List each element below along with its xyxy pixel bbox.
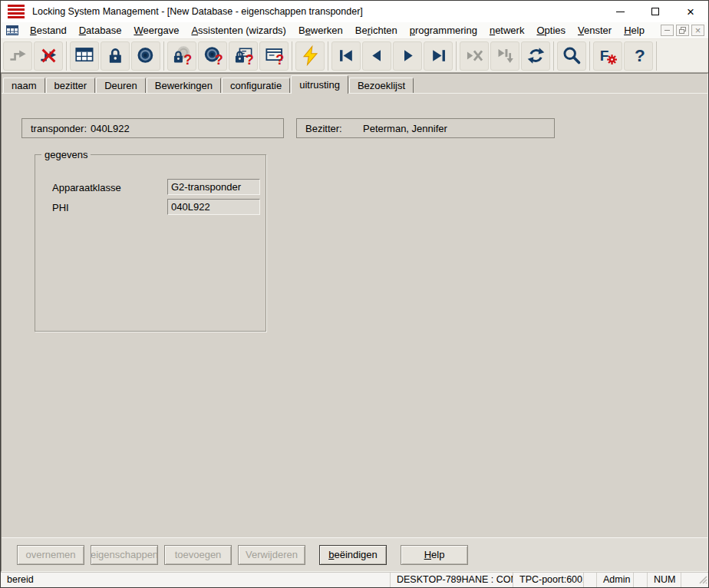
menu-item-help[interactable]: Help (618, 23, 651, 38)
toolbar-separator (328, 41, 328, 71)
tab-naam[interactable]: naam (3, 78, 45, 93)
toolbar-search-button[interactable] (557, 41, 586, 71)
menu-item-database[interactable]: Database (73, 23, 128, 38)
toevoegen-button: toevoegen (164, 545, 232, 565)
verwijderen-button: Verwijderen (238, 545, 305, 565)
tab-bezoeklijst[interactable]: Bezoeklijst (349, 78, 414, 93)
toolbar-help-button[interactable]: ? (624, 41, 653, 71)
toolbar-sync-arrow-button (3, 41, 32, 71)
toolbar-programming-flash-button[interactable] (295, 41, 325, 71)
toolbar-separator (589, 41, 590, 71)
maximize-button[interactable] (638, 1, 673, 22)
nav-skip-down-icon (495, 45, 516, 66)
tab-uitrusting[interactable]: uitrusting (291, 75, 348, 94)
menu-item-opties[interactable]: Opties (530, 23, 572, 38)
apparaatklasse-field[interactable] (167, 179, 260, 195)
toolbar-refresh-button[interactable] (521, 41, 550, 71)
tab-bewerkingen[interactable]: Bewerkingen (147, 78, 221, 93)
tabpage-uitrusting: transponder: 040L922 Bezitter: Peterman,… (2, 93, 707, 537)
toolbar-separator (163, 41, 164, 71)
toolbar-nav-last-button[interactable] (424, 41, 453, 71)
caption-buttons: × (602, 1, 708, 22)
menu-item-programmering[interactable]: programmering (404, 23, 483, 38)
window-title: Locking System Management - [New Databas… (32, 6, 363, 17)
menu-item-bewerken[interactable]: Bewerken (292, 23, 349, 38)
toolbar-read-lock-button[interactable]: ? (167, 41, 196, 71)
resize-grip[interactable] (697, 574, 707, 586)
toolbar-disconnect-button[interactable] (34, 41, 63, 71)
toolbar-separator (656, 41, 657, 71)
toolbar-separator (553, 41, 554, 71)
toolbar-read-transponder-button[interactable]: ? (198, 41, 227, 71)
svg-text:F: F (599, 48, 608, 64)
apparaatklasse-label: Apparaatklasse (52, 182, 121, 193)
status-desktop-789hane-com: DESKTOP-789HANE : COM(*) (390, 573, 513, 587)
tab-configuratie[interactable]: configuratie (222, 78, 290, 93)
menu-item-netwerk[interactable]: netwerk (483, 23, 531, 38)
menubar: BestandDatabaseWeergaveAssistenten (wiza… (1, 22, 708, 39)
toolbar-separator (456, 41, 457, 71)
nav-last-icon (428, 45, 449, 66)
toolbar-new-transponder-button[interactable] (131, 41, 160, 71)
toolbar-new-matrix-button[interactable] (70, 41, 99, 71)
search-icon (562, 45, 582, 66)
status-empty (681, 573, 708, 587)
toolbar-nav-first-button[interactable] (331, 41, 361, 71)
app-logo-icon (8, 5, 25, 19)
matrix-document-icon[interactable] (6, 25, 18, 36)
toolbar-new-lock-button[interactable] (101, 41, 130, 71)
tab-bezitter[interactable]: bezitter (46, 78, 96, 93)
new-transponder-icon (136, 45, 157, 66)
menu-items: BestandDatabaseWeergaveAssistenten (wiza… (24, 23, 651, 38)
status-admin: Admin (596, 573, 633, 587)
nav-cancel-icon (464, 45, 485, 66)
gegevens-legend: gegevens (41, 149, 91, 160)
new-matrix-icon (74, 45, 95, 66)
nav-first-icon (336, 45, 357, 66)
status-tpc-poort-6001: TPC-poort:6001 (513, 573, 583, 587)
nav-next-icon (397, 45, 418, 66)
bezitter-label: Bezitter: (297, 123, 363, 134)
mdi-minimize-icon (664, 30, 670, 31)
toolbar: ????F? (1, 39, 708, 73)
mdi-close-button[interactable]: × (691, 25, 704, 36)
menu-item-weergave[interactable]: Weergave (127, 23, 185, 38)
toolbar-filter-settings-button[interactable]: F (593, 41, 622, 71)
help-button[interactable]: Help (401, 545, 468, 565)
svg-text:?: ? (183, 52, 192, 66)
toolbar-read-network-button[interactable]: ? (259, 41, 289, 71)
mdi-restore-button[interactable] (676, 25, 689, 36)
menu-item-bestand[interactable]: Bestand (24, 23, 73, 38)
eigenschappen-button: eigenschappen (91, 545, 158, 565)
statusbar: bereidDESKTOP-789HANE : COM(*)TPC-poort:… (1, 572, 708, 587)
svg-text:?: ? (245, 52, 253, 66)
disconnect-icon (38, 45, 59, 66)
toolbar-nav-prev-button[interactable] (362, 41, 391, 71)
mdi-minimize-button[interactable] (661, 25, 674, 36)
toolbar-separator (66, 41, 67, 71)
svg-text:?: ? (634, 46, 645, 65)
programming-flash-icon (300, 45, 321, 66)
be-indigen-button[interactable]: beëindigen (319, 545, 387, 565)
status-empty (633, 573, 647, 587)
toolbar-nav-cancel-button (460, 41, 489, 71)
phi-field[interactable] (167, 199, 260, 215)
minimize-icon (616, 12, 625, 12)
overnemen-button: overnemen (17, 545, 84, 565)
menu-item-berichten[interactable]: Berichten (349, 23, 404, 38)
transponder-value: 040L922 (91, 123, 130, 134)
minimize-button[interactable] (602, 1, 638, 22)
status-empty (583, 573, 596, 587)
toolbar-nav-skip-down-button (490, 41, 519, 71)
help-icon: ? (628, 45, 649, 66)
status-bereid: bereid (1, 573, 390, 587)
tabstrip: naambezitterDeurenBewerkingenconfigurati… (2, 74, 707, 93)
toolbar-read-lock-g2-button[interactable]: ? (229, 41, 258, 71)
toolbar-nav-next-button[interactable] (393, 41, 422, 71)
phi-label: PHI (52, 202, 69, 213)
menu-item-venster[interactable]: Venster (572, 23, 618, 38)
close-button[interactable]: × (673, 1, 708, 22)
tab-deuren[interactable]: Deuren (96, 78, 146, 93)
menu-item-assistenten-wizards[interactable]: Assistenten (wizards) (185, 23, 292, 38)
mdi-close-icon: × (695, 25, 701, 35)
